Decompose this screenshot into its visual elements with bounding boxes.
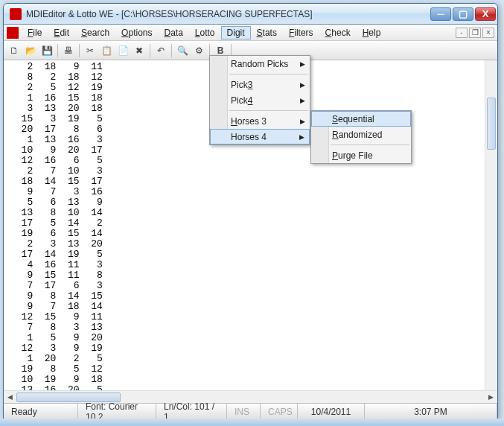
minimize-button[interactable]: ─ (430, 7, 451, 21)
vertical-scrollbar[interactable] (485, 60, 497, 390)
titlebar: MDIEditor & Lotto WE - [C:\HORSES\HORSER… (4, 4, 497, 25)
cut-icon[interactable]: ✂ (83, 43, 98, 58)
menu-check[interactable]: Check (319, 26, 357, 39)
menu-sequential[interactable]: Sequential (311, 111, 411, 127)
digit-dropdown: Random Picks▶ Pick 3▶ Pick 4▶ Horses 3▶ … (209, 55, 310, 145)
status-lncol: Ln/Col: 101 / 1 (156, 404, 227, 419)
menu-purge-file[interactable]: Purge File (311, 147, 411, 163)
menu-search[interactable]: Search (75, 26, 115, 39)
mdi-close-button[interactable]: × (482, 28, 494, 38)
scroll-left-icon[interactable]: ◀ (4, 392, 16, 403)
taskbar (0, 419, 504, 426)
mdi-restore-button[interactable]: ❐ (469, 28, 481, 38)
status-caps: CAPS (261, 404, 298, 419)
app-icon (10, 8, 22, 20)
print-icon[interactable]: 🖶 (61, 43, 76, 58)
maximize-button[interactable]: ▢ (453, 7, 473, 21)
menu-filters[interactable]: Filters (283, 26, 319, 39)
find-icon[interactable]: 🔍 (175, 43, 190, 58)
scrollbar-thumb[interactable] (487, 98, 496, 150)
scrollbar-thumb[interactable] (16, 392, 121, 402)
menu-edit[interactable]: Edit (48, 26, 75, 39)
menu-data[interactable]: Data (158, 26, 188, 39)
window-title: MDIEditor & Lotto WE - [C:\HORSES\HORSER… (26, 9, 430, 19)
menu-stats[interactable]: Stats (251, 26, 283, 39)
menu-pick-3[interactable]: Pick 3▶ (210, 77, 310, 92)
new-icon[interactable]: 🗋 (7, 43, 22, 58)
delete-icon[interactable]: ✖ (132, 43, 147, 58)
paste-icon[interactable]: 📄 (115, 43, 130, 58)
menu-horses-4[interactable]: Horses 4▶ (210, 129, 310, 144)
status-font: Font: Courier 10.2 (78, 404, 156, 419)
horses4-submenu: Sequential Randomized Purge File (310, 110, 412, 164)
statusbar: Ready Font: Courier 10.2 Ln/Col: 101 / 1… (4, 403, 497, 419)
horizontal-scrollbar[interactable]: ◀ ▶ (4, 390, 497, 403)
save-icon[interactable]: 💾 (39, 43, 54, 58)
open-icon[interactable]: 📂 (23, 43, 38, 58)
close-button[interactable]: X (475, 7, 496, 21)
menu-file[interactable]: File (22, 26, 48, 39)
mdi-minimize-button[interactable]: - (456, 28, 468, 38)
status-ins: INS (227, 404, 261, 419)
status-ready: Ready (4, 404, 78, 419)
menu-randomized[interactable]: Randomized (311, 127, 411, 142)
status-date: 10/4/2011 (298, 404, 365, 419)
tool-icon[interactable]: ⚙ (191, 43, 206, 58)
menu-help[interactable]: Help (357, 26, 387, 39)
menu-digit[interactable]: Digit (221, 26, 251, 39)
copy-icon[interactable]: 📋 (99, 43, 114, 58)
status-time: 3:07 PM (365, 404, 497, 419)
menu-pick-4[interactable]: Pick 4▶ (210, 92, 310, 108)
menu-lotto[interactable]: Lotto (189, 26, 221, 39)
undo-icon[interactable]: ↶ (153, 43, 168, 58)
menubar: File Edit Search Options Data Lotto Digi… (4, 25, 497, 41)
menu-random-picks[interactable]: Random Picks▶ (210, 56, 310, 71)
document-icon[interactable] (7, 27, 19, 39)
scroll-right-icon[interactable]: ▶ (485, 392, 497, 403)
menu-horses-3[interactable]: Horses 3▶ (210, 113, 310, 129)
menu-options[interactable]: Options (115, 26, 158, 39)
